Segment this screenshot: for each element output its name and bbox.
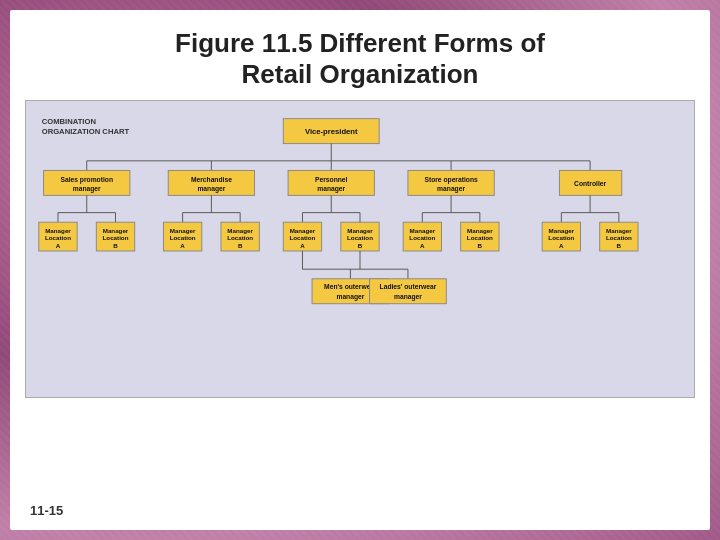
svg-text:Manager: Manager — [606, 227, 632, 234]
svg-text:A: A — [559, 242, 564, 249]
svg-text:Ladies' outerwear: Ladies' outerwear — [380, 284, 437, 291]
svg-text:Location: Location — [290, 235, 316, 242]
svg-text:Location: Location — [45, 235, 71, 242]
svg-text:Location: Location — [467, 235, 493, 242]
svg-text:Manager: Manager — [45, 227, 71, 234]
svg-text:A: A — [420, 242, 425, 249]
svg-text:ORGANIZATION CHART: ORGANIZATION CHART — [42, 127, 130, 136]
svg-text:manager: manager — [317, 185, 345, 193]
svg-text:Manager: Manager — [347, 227, 373, 234]
svg-text:B: B — [358, 242, 363, 249]
svg-text:Manager: Manager — [103, 227, 129, 234]
svg-text:Manager: Manager — [467, 227, 493, 234]
svg-text:Personnel: Personnel — [315, 176, 348, 183]
svg-text:manager: manager — [394, 293, 422, 301]
svg-text:manager: manager — [336, 293, 364, 301]
svg-text:Sales promotion: Sales promotion — [60, 176, 113, 184]
svg-text:B: B — [617, 242, 622, 249]
svg-text:B: B — [238, 242, 243, 249]
svg-text:Location: Location — [347, 235, 373, 242]
svg-text:Location: Location — [103, 235, 129, 242]
svg-text:A: A — [300, 242, 305, 249]
org-chart-svg: COMBINATION ORGANIZATION CHART Vice-pres… — [34, 111, 686, 389]
title-area: Figure 11.5 Different Forms of Retail Or… — [10, 10, 710, 100]
svg-text:COMBINATION: COMBINATION — [42, 118, 97, 127]
svg-text:Vice-president: Vice-president — [305, 127, 358, 136]
svg-text:Controller: Controller — [574, 180, 606, 187]
svg-text:Manager: Manager — [410, 227, 436, 234]
svg-text:Location: Location — [606, 235, 632, 242]
svg-text:Manager: Manager — [290, 227, 316, 234]
svg-text:Store operations: Store operations — [424, 176, 478, 184]
svg-text:A: A — [56, 242, 61, 249]
svg-text:B: B — [113, 242, 118, 249]
svg-text:B: B — [478, 242, 483, 249]
page-number: 11-15 — [30, 503, 63, 518]
svg-text:manager: manager — [197, 185, 225, 193]
svg-text:Location: Location — [227, 235, 253, 242]
svg-text:Merchandise: Merchandise — [191, 176, 232, 183]
svg-text:Location: Location — [409, 235, 435, 242]
svg-text:Location: Location — [170, 235, 196, 242]
svg-text:A: A — [180, 242, 185, 249]
svg-text:Location: Location — [548, 235, 574, 242]
svg-text:manager: manager — [73, 185, 101, 193]
svg-text:Manager: Manager — [549, 227, 575, 234]
slide-title: Figure 11.5 Different Forms of Retail Or… — [30, 28, 690, 90]
svg-text:Manager: Manager — [170, 227, 196, 234]
svg-text:manager: manager — [437, 185, 465, 193]
org-chart-area: COMBINATION ORGANIZATION CHART Vice-pres… — [25, 100, 695, 398]
svg-text:Manager: Manager — [227, 227, 253, 234]
slide-container: Figure 11.5 Different Forms of Retail Or… — [10, 10, 710, 530]
